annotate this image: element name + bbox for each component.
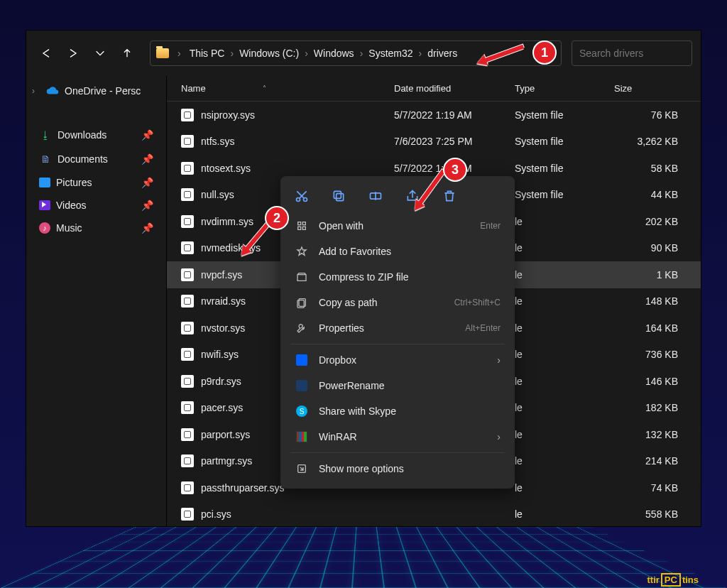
sidebar-item-label: Documents	[58, 153, 108, 165]
zip-icon	[295, 271, 309, 283]
file-size: 214 KB	[614, 455, 678, 467]
context-item[interactable]: SShare with Skype	[288, 398, 508, 424]
openwith-icon	[295, 220, 309, 232]
file-size: 58 KB	[614, 163, 678, 174]
column-header-date[interactable]: Date modified	[394, 83, 515, 94]
cut-icon[interactable]	[293, 187, 310, 205]
nav-forward-button[interactable]	[62, 42, 84, 65]
svg-rect-6	[302, 222, 305, 225]
watermark-logo: ttirPCtins	[647, 575, 699, 585]
file-name: nsiproxy.sys	[201, 109, 394, 121]
rename-icon[interactable]	[367, 187, 384, 205]
search-input[interactable]: Search drivers	[572, 40, 692, 66]
svg-point-0	[297, 198, 300, 202]
sidebar-item-videos[interactable]: Videos 📌	[26, 195, 162, 215]
svg-rect-3	[334, 191, 341, 198]
file-name: pci.sys	[201, 508, 394, 520]
column-headers: Name ˄ Date modified Type Size	[167, 76, 701, 102]
column-header-name[interactable]: Name	[181, 83, 206, 94]
annotation-badge-1: 1	[532, 40, 557, 65]
nav-up-button[interactable]	[116, 42, 138, 65]
breadcrumb-item[interactable]: Windows	[314, 48, 354, 59]
star-icon	[295, 246, 309, 257]
file-date: 5/7/2022 1:19 AM	[394, 109, 515, 121]
breadcrumb-item[interactable]: This PC	[190, 48, 225, 59]
file-type: le	[515, 455, 614, 467]
sysfile-icon	[181, 295, 194, 307]
copy-icon[interactable]	[330, 187, 347, 205]
chevron-right-icon: ›	[497, 431, 501, 442]
context-item[interactable]: PowerRename	[288, 373, 508, 398]
nav-back-button[interactable]	[35, 42, 58, 65]
chevron-right-icon: ›	[227, 48, 236, 59]
folder-icon	[156, 48, 169, 58]
svg-rect-8	[302, 227, 305, 229]
download-icon: ⭳	[39, 129, 52, 141]
file-size: 132 KB	[614, 429, 678, 440]
context-item-label: Compress to ZIP file	[319, 271, 501, 283]
sysfile-icon	[181, 241, 194, 254]
table-row[interactable]: ntfs.sys7/6/2023 7:25 PMSystem file3,262…	[167, 129, 701, 156]
pin-icon: 📌	[141, 177, 153, 188]
pin-icon: 📌	[141, 129, 153, 141]
sidebar-item-pictures[interactable]: Pictures 📌	[26, 173, 162, 192]
context-item[interactable]: Open withEnter	[288, 213, 508, 239]
file-type: System file	[515, 136, 614, 147]
sidebar-item-music[interactable]: ♪ Music 📌	[26, 218, 162, 238]
breadcrumb-item[interactable]: Windows (C:)	[239, 48, 299, 59]
sidebar-item-downloads[interactable]: ⭳ Downloads 📌	[26, 124, 162, 146]
context-item[interactable]: PropertiesAlt+Enter	[288, 315, 508, 341]
context-item[interactable]: Add to Favorites	[288, 239, 508, 264]
delete-icon[interactable]	[441, 187, 458, 205]
winrar-icon	[296, 431, 307, 442]
pin-icon: 📌	[141, 200, 153, 211]
context-item-label: WinRAR	[319, 431, 487, 442]
breadcrumb-item[interactable]: System32	[368, 48, 412, 59]
sidebar-item-label: Pictures	[56, 177, 92, 188]
context-item[interactable]: Dropbox›	[288, 347, 508, 373]
toolbar: › This PC › Windows (C:) › Windows › Sys…	[26, 31, 701, 76]
context-item[interactable]: Compress to ZIP file	[288, 264, 508, 290]
column-header-type[interactable]: Type	[515, 83, 614, 94]
divider	[290, 344, 505, 344]
search-placeholder: Search drivers	[579, 48, 643, 59]
sidebar-item-label: Videos	[56, 200, 87, 211]
context-show-more-options[interactable]: Show more options	[288, 456, 508, 481]
file-size: 736 KB	[614, 349, 678, 360]
file-size: 146 KB	[614, 376, 678, 387]
file-type: le	[515, 402, 614, 413]
chevron-right-icon: ›	[32, 86, 35, 96]
skype-icon: S	[296, 405, 307, 417]
annotation-badge-3: 3	[443, 158, 467, 182]
context-item[interactable]: Copy as pathCtrl+Shift+C	[288, 290, 508, 315]
context-item-label: Dropbox	[319, 354, 487, 366]
nav-recent-button[interactable]	[89, 42, 111, 65]
picture-icon	[39, 178, 50, 187]
context-item-shortcut: Ctrl+Shift+C	[454, 298, 501, 307]
sysfile-icon	[181, 428, 194, 441]
file-name: ntosext.sys	[201, 163, 394, 174]
table-row[interactable]: pci.sysle558 KB	[167, 501, 701, 527]
breadcrumb-item[interactable]: drivers	[427, 48, 457, 59]
table-row[interactable]: nsiproxy.sys5/7/2022 1:19 AMSystem file7…	[167, 102, 701, 129]
context-item[interactable]: WinRAR›	[288, 424, 508, 450]
music-icon: ♪	[39, 222, 50, 234]
context-item-label: Properties	[319, 322, 455, 334]
file-name: ntfs.sys	[201, 136, 394, 147]
sidebar-item-documents[interactable]: 🗎 Documents 📌	[26, 148, 162, 170]
column-header-size[interactable]: Size	[614, 83, 701, 94]
file-type: le	[515, 322, 614, 334]
chevron-right-icon: ›	[302, 48, 311, 59]
file-size: 148 KB	[614, 295, 678, 307]
file-size: 3,262 KB	[614, 136, 678, 147]
video-icon	[39, 200, 50, 210]
context-menu: Open withEnterAdd to FavoritesCompress t…	[280, 176, 515, 489]
sidebar-item-onedrive[interactable]: › OneDrive - Persc	[26, 80, 162, 102]
copypath-icon	[295, 297, 309, 308]
svg-rect-7	[298, 227, 301, 229]
file-size: 74 KB	[614, 482, 678, 494]
context-item-label: Show more options	[319, 463, 501, 474]
file-type: le	[515, 482, 614, 494]
sysfile-icon	[181, 162, 194, 175]
context-item-shortcut: Alt+Enter	[465, 323, 501, 333]
